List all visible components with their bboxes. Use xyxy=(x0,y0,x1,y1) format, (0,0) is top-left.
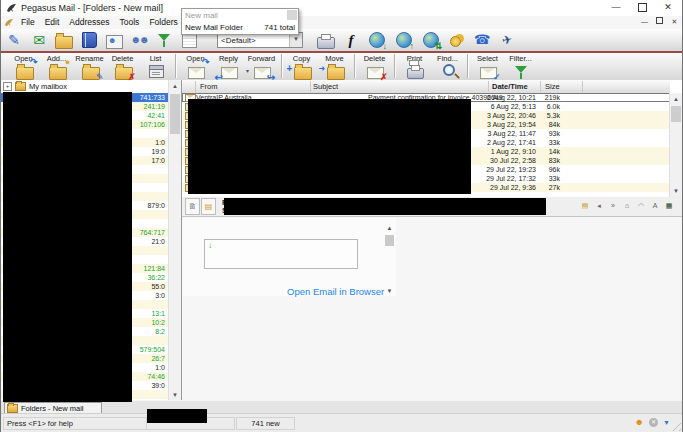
open-button[interactable]: Open↷ xyxy=(179,53,212,78)
filter-icon[interactable] xyxy=(155,31,173,49)
folder-pane-scrollbar[interactable]: ▲ ▼ xyxy=(168,80,181,401)
forward-button[interactable]: Forward↪ xyxy=(245,53,278,78)
copy-button[interactable]: Copy+ xyxy=(285,53,318,78)
open-email-in-browser-link[interactable]: Open Email in Browser xyxy=(287,286,384,297)
folder-count: 55:0 xyxy=(151,283,165,290)
attachments-icon[interactable]: ▤ xyxy=(201,198,216,215)
delete-button[interactable]: Delete✗ xyxy=(358,53,391,78)
lock-icon[interactable]: ⌂ xyxy=(622,201,632,211)
identities-icon[interactable] xyxy=(106,35,123,49)
chevron-down-icon[interactable]: ▼ xyxy=(289,33,302,47)
attach-indicator-icon[interactable]: ◠ xyxy=(636,201,646,211)
scrollbar-thumb[interactable] xyxy=(385,235,394,246)
folder-count: 579:504 xyxy=(140,346,165,353)
filter-button[interactable]: Filter... xyxy=(504,53,537,78)
scroll-down-icon[interactable]: ▼ xyxy=(384,287,395,296)
toolbar-group-divider xyxy=(281,54,282,78)
column-header-datetime[interactable]: Date/Time xyxy=(492,82,528,91)
folder-add-icon: ● xyxy=(48,64,66,78)
mail-forward-icon: ↪ xyxy=(253,64,271,78)
folder-tree-root[interactable]: + My mailbox xyxy=(1,80,181,92)
message-size: 6.0k xyxy=(512,102,560,111)
folder-count: 36:22 xyxy=(147,274,165,281)
rename-button[interactable]: Rename✎ xyxy=(73,53,106,78)
maximize-button[interactable] xyxy=(629,0,655,15)
column-header-subject[interactable]: Subject xyxy=(313,82,338,91)
scrollbar-thumb[interactable] xyxy=(671,106,681,122)
list-button[interactable]: List xyxy=(139,53,172,78)
folder-count: 1:0 xyxy=(155,364,165,371)
next-message-icon[interactable]: » xyxy=(608,201,618,211)
resize-grip[interactable] xyxy=(669,419,681,431)
message-body-icon[interactable]: 🗎 xyxy=(185,198,200,215)
font-icon[interactable]: A xyxy=(650,201,660,211)
check-mail-icon[interactable] xyxy=(369,32,385,48)
pegasus-icon[interactable] xyxy=(498,31,516,49)
print-button[interactable]: Print xyxy=(398,53,431,78)
mail-view-scrollbar[interactable]: ▲ ▼ xyxy=(384,224,395,296)
select-button[interactable]: Select✓ xyxy=(471,53,504,78)
system-menu-icon[interactable] xyxy=(4,18,14,28)
delete-button[interactable]: Delete✗ xyxy=(106,53,139,78)
note-icon[interactable]: ▤ xyxy=(580,201,590,211)
blocked-image-placeholder: ↓ xyxy=(204,239,358,269)
menu-edit[interactable]: Edit xyxy=(40,16,65,29)
move-button[interactable]: Move➜ xyxy=(318,53,351,78)
view-source-icon[interactable]: ▦ xyxy=(664,201,674,211)
mdi-window-controls: — ✕ xyxy=(639,17,680,27)
mdi-close-button[interactable]: ✕ xyxy=(669,17,680,27)
formatting-icon[interactable] xyxy=(342,31,360,49)
compose-icon[interactable] xyxy=(5,31,23,49)
offline-icon[interactable]: ✕ xyxy=(649,418,658,427)
dialer-icon[interactable] xyxy=(473,31,491,49)
open-button[interactable]: Open↷ xyxy=(7,53,40,78)
scroll-down-icon[interactable]: ▼ xyxy=(670,185,682,197)
add-button[interactable]: Add...● xyxy=(40,53,73,78)
send-mail-icon[interactable] xyxy=(396,32,412,48)
minimize-button[interactable]: — xyxy=(603,0,629,15)
folder-count: 42:41 xyxy=(147,112,165,119)
users-icon[interactable] xyxy=(130,31,148,49)
folder-count: 879:0 xyxy=(147,202,165,209)
scroll-up-icon[interactable]: ▲ xyxy=(169,80,181,92)
print-icon[interactable] xyxy=(317,37,335,49)
folder-combobox[interactable]: New mail xyxy=(182,9,298,22)
root-folder-label: My mailbox xyxy=(29,82,67,91)
menu-addresses[interactable]: Addresses xyxy=(64,16,114,29)
redaction-preview-headers xyxy=(224,198,546,215)
column-header-from[interactable]: From xyxy=(200,82,218,91)
button-label: Select xyxy=(477,54,498,63)
mdi-restore-button[interactable] xyxy=(654,17,665,27)
menu-file[interactable]: File xyxy=(16,16,40,29)
list-window-icon xyxy=(147,64,165,78)
mailbox-icon[interactable] xyxy=(30,31,48,49)
menu-folders[interactable]: Folders xyxy=(144,16,182,29)
scroll-up-icon[interactable]: ▲ xyxy=(384,224,395,233)
close-button[interactable]: ✕ xyxy=(655,0,681,15)
mdi-minimize-button[interactable]: — xyxy=(639,17,650,27)
combobox-button[interactable] xyxy=(287,10,297,20)
menu-tools[interactable]: Tools xyxy=(115,16,145,29)
scrollbar-thumb[interactable] xyxy=(170,94,180,134)
tree-expand-icon[interactable]: + xyxy=(3,82,12,91)
message-list-scrollbar[interactable]: ▲ ▼ xyxy=(669,93,682,197)
column-header-size[interactable]: Size xyxy=(545,82,560,91)
mail-html-view: ↓ Open Email in Browser ▲ ▼ xyxy=(183,218,396,296)
download-image-icon[interactable]: ↓ xyxy=(208,241,212,250)
prev-message-icon[interactable]: ◂ xyxy=(594,201,604,211)
folder-count: 241:19 xyxy=(144,103,165,110)
message-size: 33k xyxy=(512,174,560,183)
folders-icon[interactable] xyxy=(55,36,73,49)
send-receive-icon[interactable] xyxy=(423,32,439,48)
addressbook-icon[interactable] xyxy=(82,32,97,48)
user-status-icon[interactable]: ☻ xyxy=(635,418,644,427)
reply-button[interactable]: Reply↩▾ xyxy=(212,53,245,78)
folder-count: 3:0 xyxy=(155,292,165,299)
notifier-dropdown-icon[interactable]: ▼ xyxy=(663,418,670,427)
accounting-icon[interactable] xyxy=(448,31,466,49)
folder-dropdown-item[interactable]: New Mail Folder 741 total xyxy=(182,22,298,34)
folder-dropdown-popup: New mail New Mail Folder 741 total xyxy=(181,8,299,35)
scroll-up-icon[interactable]: ▲ xyxy=(670,93,682,105)
folder-count: 17:0 xyxy=(151,157,165,164)
find-button[interactable]: Find... xyxy=(431,53,464,78)
